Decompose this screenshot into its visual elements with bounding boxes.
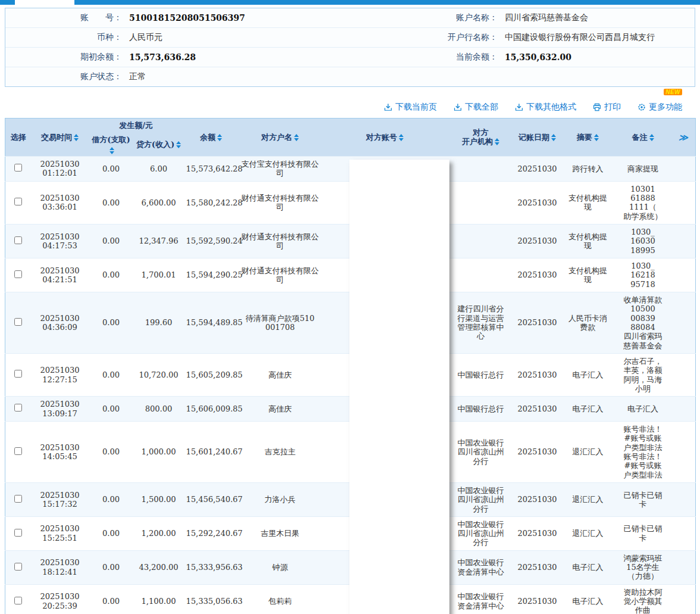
header-posting-date[interactable]: 记账日期 [514,119,561,157]
cell-posting-date: 20251030 [514,397,561,422]
cell-posting-date: 20251030 [514,516,561,550]
cell-counterparty-name: 财付通支付科技有限公 司 [239,181,322,224]
row-select-checkbox[interactable] [14,597,22,604]
cell-debit: 0.00 [89,258,134,292]
cell-posting-date: 20251030 [514,181,561,224]
download-link[interactable]: 下载其他格式 [515,102,576,113]
cell-debit: 0.00 [89,516,134,550]
header-counterparty-bank[interactable]: 对方 开户机构 [448,119,514,157]
row-select-checkbox[interactable] [14,447,22,455]
cell-remark: 资助拉木阿 觉小学额其 作曲 [615,584,671,614]
more-columns-icon[interactable]: ≫ [671,119,696,157]
sort-arrows-icon[interactable] [74,134,79,141]
cell-select [5,584,32,614]
row-select-checkbox[interactable] [14,270,22,278]
cell-transaction-time: 2025103012:27:15 [32,353,89,396]
cell-counterparty-name: 财付通支付科技有限公 司 [239,258,322,292]
print-button[interactable]: 打印 [593,102,621,113]
cell-counterparty-bank: 中国银行总行 [448,397,514,422]
sort-arrows-icon[interactable] [594,134,599,141]
header-credit[interactable]: 贷方(收入) [134,133,184,157]
cell-balance: 15,606,009.85 [184,397,239,422]
row-select-checkbox[interactable] [14,495,22,503]
row-select-checkbox[interactable] [14,318,22,326]
sort-arrows-icon[interactable] [110,147,114,154]
cell-counterparty-name: 待清算商户款项510 001708 [239,292,322,353]
cell-debit: 0.00 [89,584,134,614]
info-label: 期初余额： [5,48,126,67]
cell-counterparty-name: 吉里木日果 [239,516,322,550]
cell-select [5,258,32,292]
cell-remark: 鸿蒙索玛班 15名学生 （力德） [615,550,671,584]
link-label: 打印 [604,102,621,113]
info-label: 当前余额： [366,48,501,67]
row-select-checkbox[interactable] [14,529,22,537]
cell-summary: 退汇汇入 [561,516,615,550]
cell-summary: 退汇汇入 [561,421,615,482]
cell-counterparty-bank: 中国农业银行 四川省凉山州 分行 [448,516,514,550]
info-value: 51001815208051506397 [126,8,366,28]
sort-arrows-icon[interactable] [294,134,299,141]
info-label: 账户名称： [366,8,501,28]
cell-transaction-time: 2025103014:05:45 [32,421,89,482]
cell-more [671,258,696,292]
row-select-checkbox[interactable] [14,404,22,412]
cell-credit: 10,720.00 [134,353,184,396]
cell-more [671,421,696,482]
sort-arrows-icon[interactable] [217,134,222,141]
cell-transaction-time: 2025103013:09:17 [32,397,89,422]
cell-more [671,157,696,182]
header-balance[interactable]: 余额 [184,119,239,157]
row-select-checkbox[interactable] [14,563,22,571]
more-functions-button[interactable]: 更多功能 [638,102,682,113]
sort-arrows-icon[interactable] [399,134,404,141]
cell-transaction-time: 2025103015:17:32 [32,482,89,516]
cell-counterparty-bank [448,181,514,224]
cell-balance: 15,335,056.63 [184,584,239,614]
sort-arrows-icon[interactable] [176,141,181,148]
cell-summary: 支付机构提 现 [561,181,615,224]
download-link[interactable]: 下载全部 [454,102,498,113]
cell-summary: 电子汇入 [561,550,615,584]
row-select-checkbox[interactable] [14,198,22,205]
info-value: 中国建设银行股份有限公司西昌月城支行 [501,28,695,48]
header-transaction-time[interactable]: 交易时间 [32,119,89,157]
sort-arrows-icon[interactable] [495,138,499,145]
cell-debit: 0.00 [89,353,134,396]
row-select-checkbox[interactable] [14,236,22,244]
info-value [501,67,695,87]
header-summary[interactable]: 摘要 [561,119,615,157]
cell-transaction-time: 2025103015:25:51 [32,516,89,550]
row-select-checkbox[interactable] [14,164,22,172]
info-label: 开户行名称： [366,28,501,48]
row-select-checkbox[interactable] [14,370,22,378]
download-link[interactable]: 下载当前页 [384,102,437,113]
cell-remark: 已销卡已销 卡 [615,516,671,550]
cell-counterparty-bank [448,258,514,292]
cell-more [671,224,696,258]
info-label: 账 号： [5,8,126,28]
sort-arrows-icon[interactable] [551,134,556,141]
cell-select [5,157,32,182]
cell-debit: 0.00 [89,181,134,224]
header-remark[interactable]: 备注 [615,119,671,157]
info-label: 账户状态： [5,67,126,87]
cell-more [671,516,696,550]
cell-summary: 电子汇入 [561,584,615,614]
cell-counterparty-bank: 建行四川省分 行渠道与运营 管理部核算中 心 [448,292,514,353]
header-counterparty-account[interactable]: 对方账号 [322,119,448,157]
cell-select [5,550,32,584]
sort-arrows-icon[interactable] [649,134,654,141]
bank-transaction-page: { "colors":{"accent":"#1787d4","header_b… [0,0,700,614]
cell-summary: 电子汇入 [561,353,615,396]
cell-counterparty-bank: 中国农业银行 四川省凉山州 分行 [448,421,514,482]
cell-credit: 6,600.00 [134,181,184,224]
header-debit[interactable]: 借方(支取) [89,133,134,157]
header-counterparty-name[interactable]: 对方户名 [239,119,322,157]
info-value: 正常 [126,67,366,87]
cell-remark: 账号非法！ #账号或账 户类型非法 账号非法！ #账号或账 户类型非法 [615,421,671,482]
cell-posting-date: 20251030 [514,258,561,292]
new-badge: NEW [664,89,682,95]
cell-select [5,224,32,258]
cell-posting-date: 20251030 [514,224,561,258]
